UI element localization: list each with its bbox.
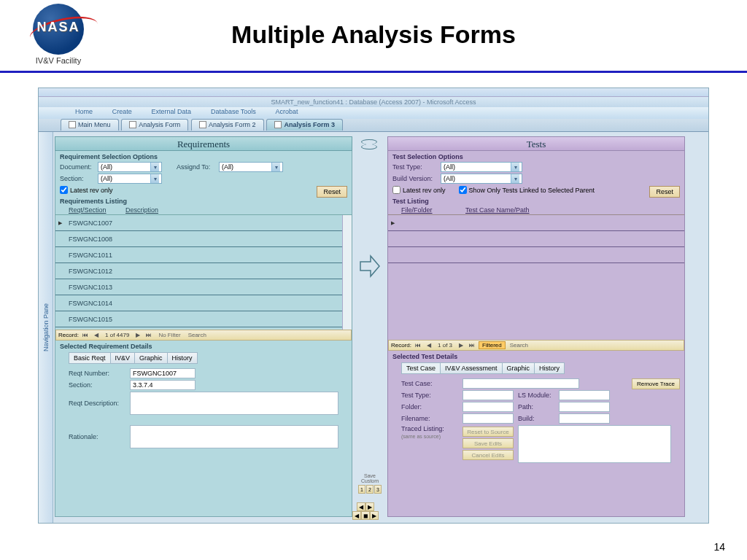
col-desc: Description xyxy=(125,206,158,214)
ribbon-tabs: Home Create External Data Database Tools… xyxy=(39,107,708,119)
rec-position: 1 of 4479 xyxy=(102,332,132,338)
req-row[interactable]: FSWGNC1007 xyxy=(55,215,352,231)
rec-last-button[interactable]: ⏭ xyxy=(467,342,477,349)
chevron-down-icon: ▾ xyxy=(271,163,280,171)
form-icon xyxy=(129,121,136,128)
tab-test-case[interactable]: Test Case xyxy=(401,362,441,374)
tab-history[interactable]: History xyxy=(534,362,565,374)
build-combo[interactable]: (All)▾ xyxy=(441,174,522,184)
tab-ivv[interactable]: IV&V xyxy=(110,352,136,364)
test-listing[interactable] xyxy=(388,214,684,268)
ribbon-tab-create[interactable]: Create xyxy=(104,107,141,116)
traced-listing-input[interactable] xyxy=(518,425,671,463)
filtered-tag[interactable]: Filtered xyxy=(479,341,506,349)
reqt-number-input[interactable] xyxy=(130,368,196,378)
remove-trace-button[interactable]: Remove Trace xyxy=(632,378,680,389)
form-tab-main[interactable]: Main Menu xyxy=(61,119,119,131)
save-edits-button[interactable]: Save Edits xyxy=(462,438,514,448)
nav-right2-button[interactable]: ▶ xyxy=(370,511,379,520)
tests-panel: Tests Test Selection Options Test Type: … xyxy=(387,136,685,518)
save-custom-2[interactable]: 2 xyxy=(366,485,374,494)
testtype-input[interactable] xyxy=(462,390,514,400)
rec-first-button[interactable]: ⏮ xyxy=(413,342,423,349)
lsmodule-input[interactable] xyxy=(559,390,610,400)
req-details-label: Selected Requirement Details xyxy=(55,341,352,351)
filename-input[interactable] xyxy=(462,413,514,424)
latest-rev-checkbox[interactable] xyxy=(60,186,68,194)
req-row[interactable]: FSWGNC1012 xyxy=(55,263,352,279)
nofilter-label[interactable]: No Filter xyxy=(155,332,183,338)
ribbon-tab-home[interactable]: Home xyxy=(66,107,101,116)
form-tab-analysis2[interactable]: Analysis Form 2 xyxy=(191,119,264,131)
rationale-input[interactable] xyxy=(130,425,338,448)
show-linked-checkbox[interactable] xyxy=(459,186,467,194)
search-label[interactable]: Search xyxy=(185,332,209,338)
req-row[interactable]: FSWGNC1008 xyxy=(55,231,352,247)
desc-input[interactable] xyxy=(130,392,338,415)
scrollbar[interactable] xyxy=(342,215,352,330)
folder-input[interactable] xyxy=(462,402,514,412)
req-reset-button[interactable]: Reset xyxy=(317,186,347,198)
req-row[interactable]: FSWGNC1015 xyxy=(55,311,352,327)
cancel-edits-button[interactable]: Cancel Edits xyxy=(462,450,514,460)
test-type-label: Test Type: xyxy=(392,163,438,171)
test-latest-rev-checkbox[interactable] xyxy=(392,186,400,194)
req-details: Basic Reqt IV&V Graphic History Reqt Num… xyxy=(55,351,352,453)
slide-header: NASA IV&V Facility Multiple Analysis For… xyxy=(0,0,747,73)
req-row[interactable]: FSWGNC1011 xyxy=(55,247,352,263)
latest-rev-check[interactable]: Latest rev only Reset xyxy=(55,184,352,195)
rec-last-button[interactable]: ⏭ xyxy=(144,332,154,338)
rec-prev-button[interactable]: ◀ xyxy=(425,342,433,349)
assigned-label: Assignd To: xyxy=(177,163,216,171)
test-row[interactable] xyxy=(388,247,684,263)
tab-ivv-assess[interactable]: IV&V Assessment xyxy=(440,362,503,374)
req-listing-label: Requirements Listing xyxy=(55,195,352,206)
form-tab-analysis3[interactable]: Analysis Form 3 xyxy=(266,119,343,131)
req-options-label: Requirement Selection Options xyxy=(55,151,352,161)
rec-first-button[interactable]: ⏮ xyxy=(80,332,90,338)
assigned-combo[interactable]: (All)▾ xyxy=(219,162,283,172)
tab-graphic[interactable]: Graphic xyxy=(502,362,535,374)
build-input[interactable] xyxy=(559,413,610,424)
req-listing[interactable]: FSWGNC1007 FSWGNC1008 FSWGNC1011 FSWGNC1… xyxy=(55,214,352,330)
search-label[interactable]: Search xyxy=(507,342,531,349)
arrow-right-icon xyxy=(359,254,381,278)
quick-access-toolbar[interactable] xyxy=(39,88,708,97)
ribbon-tab-external[interactable]: External Data xyxy=(143,107,201,116)
req-row[interactable]: FSWGNC1013 xyxy=(55,279,352,295)
rec-next-button[interactable]: ▶ xyxy=(133,332,142,338)
col-reqt: Reqt/Section xyxy=(69,206,125,214)
test-type-combo[interactable]: (All)▾ xyxy=(441,162,522,172)
test-row[interactable] xyxy=(388,231,684,247)
ribbon-tab-acrobat[interactable]: Acrobat xyxy=(267,107,307,116)
test-row[interactable] xyxy=(388,215,684,231)
nav-mid-button[interactable]: ◼ xyxy=(361,511,370,520)
rec-prev-button[interactable]: ◀ xyxy=(92,332,101,338)
testcase-input[interactable] xyxy=(462,378,579,389)
section-combo[interactable]: (All)▾ xyxy=(98,174,162,184)
save-custom-3[interactable]: 3 xyxy=(374,485,382,494)
test-details-label: Selected Test Details xyxy=(388,351,684,361)
tab-graphic[interactable]: Graphic xyxy=(134,352,168,364)
req-record-nav: Record: ⏮ ◀ 1 of 4479 ▶ ⏭ No Filter Sear… xyxy=(55,330,352,341)
nav-left2-button[interactable]: ◀ xyxy=(352,511,361,520)
nav-right-button[interactable]: ▶ xyxy=(365,502,374,511)
page-number: 14 xyxy=(713,541,725,553)
req-row[interactable]: FSWGNC1014 xyxy=(55,295,352,311)
save-custom-1[interactable]: 1 xyxy=(358,485,365,494)
facility-label: IV&V Facility xyxy=(22,56,95,65)
section-input[interactable] xyxy=(130,380,196,390)
rec-next-button[interactable]: ▶ xyxy=(457,342,465,349)
path-input[interactable] xyxy=(559,402,610,412)
test-reset-button[interactable]: Reset xyxy=(649,186,680,198)
tab-history[interactable]: History xyxy=(167,352,198,364)
ribbon-tab-dbtools[interactable]: Database Tools xyxy=(202,107,265,116)
navigation-pane[interactable]: Navigation Pane xyxy=(39,132,53,523)
sync-icon[interactable] xyxy=(361,139,379,149)
document-combo[interactable]: (All)▾ xyxy=(98,162,162,172)
nav-left-button[interactable]: ◀ xyxy=(357,502,365,511)
form-icon xyxy=(199,121,206,128)
reset-source-button[interactable]: Reset to Source xyxy=(462,427,514,437)
tab-basic-reqt[interactable]: Basic Reqt xyxy=(69,352,111,364)
form-tab-analysis[interactable]: Analysis Form xyxy=(121,119,188,131)
